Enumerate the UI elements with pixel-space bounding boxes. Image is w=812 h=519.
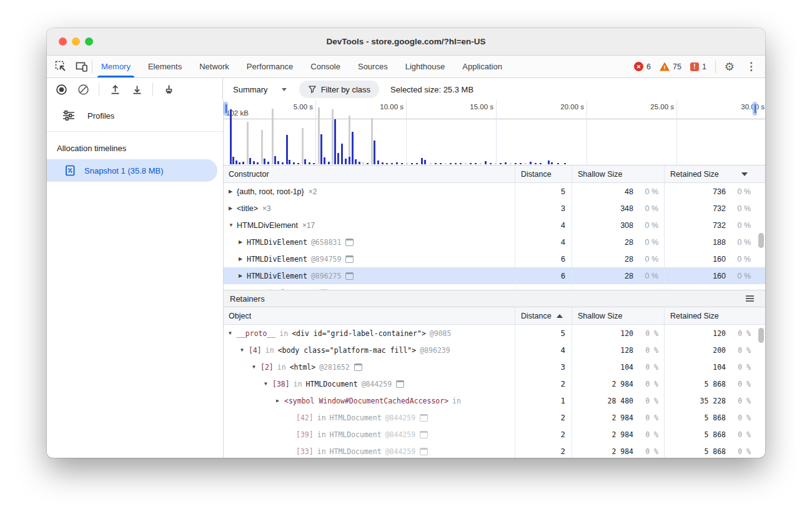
error-count-badge[interactable]: ✕ 6 (634, 62, 651, 71)
collapse-arrow-icon[interactable]: ▼ (229, 222, 237, 228)
allocation-bar (334, 119, 336, 164)
retainers-scrollbar-thumb[interactable] (758, 328, 764, 343)
tab-lighthouse[interactable]: Lighthouse (397, 56, 454, 77)
reveal-in-elements-icon[interactable] (420, 431, 428, 438)
retained-size-column-header[interactable]: Retained Size (664, 307, 756, 324)
constructor-row[interactable]: ▼HTMLDivElement×1743080 %7320 % (224, 217, 765, 234)
retainer-row[interactable]: ▼[38]inHTMLDocument@84425922 9840 %5 868… (224, 375, 765, 392)
constructor-row[interactable]: ▶HTMLDivElement@ (224, 284, 765, 290)
collapse-arrow-icon[interactable]: ▼ (264, 381, 272, 387)
perspective-select[interactable]: Summary (229, 85, 290, 94)
distance-column-header[interactable]: Distance (515, 166, 572, 182)
time-gridline (496, 100, 497, 165)
retainer-row[interactable]: [39]inHTMLDocument@84425922 9840 %5 8680… (224, 426, 765, 443)
reveal-in-elements-icon[interactable] (420, 448, 428, 455)
allocation-bar (320, 134, 322, 164)
issue-count-badge[interactable]: ! 1 (690, 62, 706, 71)
allocation-bar (282, 162, 284, 164)
allocation-bar (374, 141, 375, 164)
device-toolbar-icon[interactable] (76, 61, 88, 73)
tab-console[interactable]: Console (302, 56, 349, 77)
reveal-in-elements-icon[interactable] (345, 255, 354, 263)
time-gridline (587, 100, 587, 165)
load-profile-icon[interactable] (109, 83, 121, 96)
zoom-window-button[interactable] (85, 37, 93, 46)
reveal-in-elements-icon[interactable] (345, 272, 354, 280)
retainer-row[interactable]: ▶<symbol Window#DocumentCachedAccessor>i… (224, 392, 765, 409)
tab-sources[interactable]: Sources (349, 56, 397, 77)
expand-arrow-icon[interactable]: ▶ (239, 239, 247, 245)
allocation-bar (261, 130, 263, 164)
range-handle-left[interactable] (224, 102, 228, 116)
time-tick-label: 10.00 s (380, 103, 406, 111)
retainer-row[interactable]: ▼[2]in<html>@28165231040 %1040 % (224, 358, 765, 375)
constructor-row[interactable]: ▶HTMLDivElement@6588314280 %1880 % (224, 234, 765, 250)
expand-arrow-icon[interactable]: ▶ (276, 398, 284, 403)
reveal-in-elements-icon[interactable] (354, 363, 362, 371)
constructor-row[interactable]: ▶<title>×333480 %7320 % (224, 200, 765, 217)
reveal-in-elements-icon[interactable] (396, 380, 404, 388)
expand-arrow-icon[interactable]: ▶ (239, 256, 247, 262)
warning-count-badge[interactable]: ! 75 (660, 62, 681, 71)
constructor-row[interactable]: ▶HTMLDivElement@8947596280 %1600 % (224, 250, 765, 267)
reveal-in-elements-icon[interactable] (345, 239, 354, 246)
range-handle-right[interactable] (753, 102, 757, 116)
minimize-window-button[interactable] (72, 37, 80, 46)
clear-profiles-icon[interactable] (77, 83, 89, 96)
class-filter-input[interactable]: Filter by class (299, 81, 379, 98)
collapse-arrow-icon[interactable]: ▼ (252, 364, 260, 370)
collapse-arrow-icon[interactable]: ▼ (229, 330, 237, 336)
record-heap-button[interactable] (55, 83, 67, 96)
allocation-bar (302, 128, 304, 164)
allocation-bar (500, 163, 502, 164)
tab-network[interactable]: Network (191, 56, 238, 77)
retainer-row[interactable]: ▼__proto__in<div id="grid-label-containe… (224, 325, 765, 342)
more-menu-icon[interactable]: ⋮ (743, 61, 759, 72)
constructor-column-header[interactable]: Constructor (224, 170, 515, 179)
expand-arrow-icon[interactable]: ▶ (229, 205, 237, 211)
shallow-size-column-header[interactable]: Shallow Size (572, 166, 664, 182)
tab-memory[interactable]: Memory (92, 56, 139, 77)
retainer-row[interactable]: [42]inHTMLDocument@84425922 9840 %5 8680… (224, 409, 765, 426)
divider (99, 83, 99, 96)
traffic-lights (59, 28, 93, 55)
profiles-sliders-icon (62, 109, 76, 122)
constructor-row[interactable]: ▶HTMLDivElement@8962756280 %1600 % (224, 267, 765, 284)
allocation-bar (540, 163, 542, 164)
clear-brush-icon[interactable] (162, 83, 175, 96)
profiles-label: Profiles (87, 111, 114, 121)
shallow-size-column-header[interactable]: Shallow Size (572, 307, 664, 324)
tab-performance[interactable]: Performance (238, 56, 302, 77)
expand-arrow-icon[interactable]: ▶ (239, 273, 247, 279)
allocation-bar (253, 161, 255, 164)
save-profile-icon[interactable] (131, 83, 143, 96)
retainers-menu-icon[interactable] (746, 295, 759, 302)
object-column-header[interactable]: Object (224, 312, 515, 320)
constructor-scrollbar-thumb[interactable] (758, 233, 764, 248)
sidebar-item-snapshot-1[interactable]: Snapshot 1 (35.8 MB) (47, 159, 217, 182)
retainer-row[interactable]: [33]inHTMLDocument@84425922 9840 %5 8680… (224, 443, 765, 458)
sidebar-item-profiles[interactable]: Profiles (47, 100, 223, 132)
settings-gear-icon[interactable]: ⚙ (725, 61, 735, 72)
constructor-table-header: Constructor Distance Shallow Size Retain… (224, 166, 765, 183)
inspect-element-icon[interactable] (54, 61, 67, 73)
collapse-arrow-icon[interactable]: ▼ (240, 347, 249, 353)
reveal-in-elements-icon[interactable] (420, 414, 428, 422)
allocation-bar (362, 162, 364, 164)
reveal-in-elements-icon[interactable] (320, 289, 328, 291)
retainer-row[interactable]: ▼[4]in<body class="platform-mac fill">@8… (224, 342, 765, 358)
constructor-rows: ▶{auth, root, root-1p}×25480 %7360 %▶<ti… (224, 183, 765, 290)
heap-main-panel: 102 kB 5.00 s10.00 s15.00 s20.00 s25.00 … (224, 100, 765, 458)
retained-size-column-header[interactable]: Retained Size (664, 166, 756, 182)
allocation-bar (557, 163, 559, 164)
constructor-row[interactable]: ▶{auth, root, root-1p}×25480 %7360 % (224, 183, 765, 200)
close-window-button[interactable] (59, 37, 67, 46)
retainer-object-name: <body class="platform-mac fill"> (278, 346, 417, 355)
expand-arrow-icon[interactable]: ▶ (239, 290, 247, 290)
tab-application[interactable]: Application (453, 56, 511, 77)
time-tick-label: 5.00 s (294, 103, 315, 111)
object-address: @844259 (362, 380, 392, 388)
distance-column-header[interactable]: Distance (515, 307, 572, 324)
expand-arrow-icon[interactable]: ▶ (229, 189, 237, 194)
tab-elements[interactable]: Elements (139, 56, 191, 77)
